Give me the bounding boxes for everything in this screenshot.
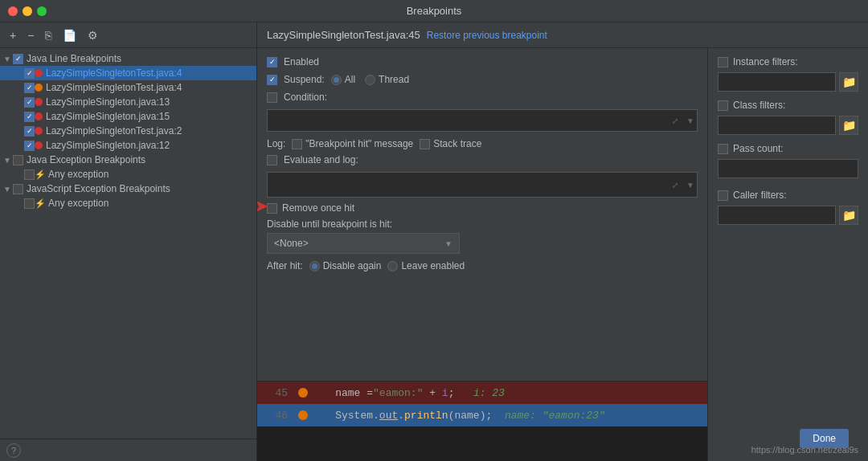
evaluate-label: Evaluate and log:: [284, 154, 358, 165]
group-js-exception[interactable]: ▼ JavaScript Exception Breakpoints: [0, 182, 256, 196]
evaluate-arrow-button[interactable]: ▼: [686, 181, 694, 190]
item-label: LazySimpleSingletonTest.java:2: [46, 125, 182, 137]
evaluate-checkbox[interactable]: [267, 155, 277, 165]
lightning-icon: ⚡: [35, 198, 46, 209]
pass-count-checkbox[interactable]: [718, 144, 728, 154]
settings-panel: Enabled Suspend: All: [257, 48, 707, 381]
group-checkbox[interactable]: [13, 54, 23, 64]
main-settings: Enabled Suspend: All: [257, 48, 707, 461]
instance-filter-folder-button[interactable]: 📁: [839, 72, 858, 92]
export-button[interactable]: 📄: [59, 27, 80, 43]
leave-enabled-radio[interactable]: Leave enabled: [387, 260, 465, 271]
condition-input-wrapper: ⤢ ▼: [267, 109, 698, 132]
tree-row[interactable]: LazySimpleSingletonTest.java:2: [0, 124, 256, 138]
none-dropdown[interactable]: <None> ▼: [267, 233, 460, 254]
item-checkbox[interactable]: [24, 97, 35, 108]
group-java-line[interactable]: ▼ Java Line Breakpoints: [0, 51, 256, 66]
disable-section: Disable until breakpoint is hit: <None> …: [267, 218, 698, 254]
log-stacktrace-label: Stack trace: [433, 138, 481, 149]
settings-button[interactable]: ⚙: [84, 27, 101, 43]
class-filters-block: Class filters: 📁: [718, 100, 858, 135]
thread-radio-dot: [365, 75, 375, 85]
restore-link[interactable]: Restore previous breakpoint: [427, 30, 547, 41]
suspend-checkbox[interactable]: [267, 75, 277, 85]
close-button[interactable]: [8, 6, 18, 16]
tree-row[interactable]: ⚡ Any exception: [0, 196, 256, 210]
thread-radio[interactable]: Thread: [365, 74, 409, 85]
class-filter-input[interactable]: [718, 116, 836, 135]
disable-again-label: Disable again: [323, 260, 382, 271]
item-checkbox[interactable]: [24, 141, 35, 151]
evaluate-expand-button[interactable]: ⤢: [672, 181, 678, 190]
tree-row[interactable]: LazySimpleSingleton.java:12: [0, 138, 256, 153]
item-checkbox[interactable]: [24, 68, 35, 79]
maximize-button[interactable]: [37, 6, 47, 16]
expand-arrow: ▼: [3, 185, 13, 194]
leave-enabled-label: Leave enabled: [401, 260, 465, 271]
group-checkbox[interactable]: [13, 184, 23, 194]
tree-row[interactable]: ⚡ Any exception: [0, 167, 256, 182]
instance-filter-input[interactable]: [718, 72, 836, 92]
code-content-45: name ="eamon:" + i; i: 23: [310, 387, 505, 399]
disable-again-radio[interactable]: Disable again: [309, 260, 382, 271]
window-title: Breakpoints: [407, 5, 462, 17]
evaluate-input[interactable]: [267, 172, 698, 198]
pass-count-label: Pass count:: [733, 143, 784, 154]
instance-filter-checkbox[interactable]: [718, 57, 728, 67]
caller-filter-folder-button[interactable]: 📁: [839, 206, 858, 225]
red-arrow-icon: ➤: [257, 196, 268, 217]
pass-count-input[interactable]: [718, 159, 858, 178]
right-header: LazySimpleSingletonTest.java:45 Restore …: [257, 22, 868, 48]
code-area: 45 name ="eamon:" + i; i: 23 46: [257, 381, 707, 461]
copy-button[interactable]: ⎘: [42, 27, 55, 43]
condition-expand-button[interactable]: ⤢: [672, 116, 678, 125]
tree-row[interactable]: LazySimpleSingletonTest.java:4: [0, 80, 256, 95]
suspend-radio-group: All Thread: [331, 74, 409, 85]
breakpoint-icon: [35, 127, 43, 135]
tree-row[interactable]: LazySimpleSingleton.java:15: [0, 109, 256, 124]
group-label: JavaScript Exception Breakpoints: [27, 183, 170, 194]
item-checkbox[interactable]: [24, 169, 35, 180]
remove-once-label: Remove once hit: [282, 202, 354, 214]
minimize-button[interactable]: [23, 6, 32, 16]
group-java-exception[interactable]: ▼ Java Exception Breakpoints: [0, 153, 256, 167]
class-filter-checkbox[interactable]: [718, 100, 728, 111]
evaluate-section: Evaluate and log: ⤢ ▼: [267, 154, 698, 198]
line-breakpoint-45: [296, 388, 310, 398]
group-checkbox[interactable]: [13, 155, 23, 165]
remove-button[interactable]: −: [24, 27, 37, 43]
condition-input[interactable]: [267, 109, 698, 132]
done-button[interactable]: Done: [800, 429, 849, 448]
class-filter-label: Class filters:: [733, 100, 785, 111]
item-checkbox[interactable]: [24, 126, 35, 137]
item-label: LazySimpleSingletonTest.java:4: [46, 67, 182, 79]
file-label: LazySimpleSingletonTest.java:45: [267, 29, 420, 41]
help-button[interactable]: ?: [6, 443, 21, 458]
condition-arrow-button[interactable]: ▼: [686, 116, 694, 125]
item-label: LazySimpleSingleton.java:12: [46, 140, 170, 151]
log-breakpoint-checkbox[interactable]: [292, 139, 302, 149]
condition-checkbox[interactable]: [267, 92, 277, 103]
log-stacktrace-checkbox[interactable]: [420, 139, 430, 149]
class-filter-folder-button[interactable]: 📁: [839, 116, 858, 135]
all-radio[interactable]: All: [331, 74, 355, 85]
enabled-checkbox[interactable]: [267, 57, 277, 67]
instance-filter-row: Instance filters:: [718, 56, 858, 67]
all-radio-label: All: [345, 74, 355, 85]
breakpoint-tree: ▼ Java Line Breakpoints LazySimpleSingle…: [0, 48, 256, 439]
dropdown-value: <None>: [274, 238, 309, 249]
tree-row[interactable]: LazySimpleSingletonTest.java:4: [0, 66, 256, 80]
left-panel: + − ⎘ 📄 ⚙ ▼ Java Line Breakpoints LazySi…: [0, 22, 257, 461]
item-label: Any exception: [48, 198, 108, 209]
item-checkbox[interactable]: [24, 112, 35, 122]
caller-filter-input[interactable]: [718, 206, 836, 225]
item-checkbox[interactable]: [24, 83, 35, 93]
bottom-actions: https://blog.csdn.net/zeal9s Done: [751, 445, 858, 455]
expand-arrow: ▼: [3, 156, 13, 165]
caller-filter-checkbox[interactable]: [718, 190, 728, 201]
item-checkbox[interactable]: [24, 198, 35, 209]
add-button[interactable]: +: [6, 27, 19, 43]
tree-row[interactable]: LazySimpleSingleton.java:13: [0, 95, 256, 109]
right-panel: LazySimpleSingletonTest.java:45 Restore …: [257, 22, 868, 461]
leave-enabled-radio-dot: [387, 261, 398, 271]
